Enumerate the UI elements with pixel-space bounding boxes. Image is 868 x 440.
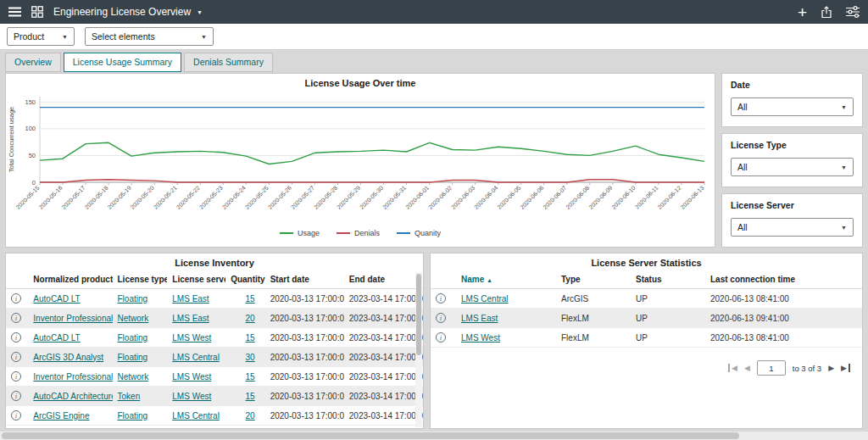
- license-server-link[interactable]: LMS West: [172, 392, 211, 401]
- end-date-cell: 2023-03-14 17:00:00: [344, 309, 423, 328]
- product-link[interactable]: AutoCAD Architecture: [33, 392, 112, 401]
- server-name-link[interactable]: LMS East: [461, 314, 498, 323]
- svg-text:2020-06-04: 2020-06-04: [473, 185, 498, 210]
- date-filter-select[interactable]: All ▼: [731, 97, 854, 116]
- license-type-link[interactable]: Floating: [118, 294, 148, 304]
- chevron-down-icon: ▼: [841, 225, 847, 231]
- product-select[interactable]: Product ▼: [7, 27, 75, 46]
- product-link[interactable]: AutoCAD LT: [33, 294, 80, 304]
- license-type-link[interactable]: Network: [118, 372, 149, 382]
- scrollbar-thumb[interactable]: [2, 432, 739, 439]
- quantity-link[interactable]: 30: [246, 353, 255, 362]
- usage-chart-panel: License Usage Over time 0501001502020-05…: [5, 73, 715, 248]
- server-name-link[interactable]: LMS West: [461, 333, 500, 343]
- export-icon[interactable]: [821, 6, 832, 19]
- license-server-link[interactable]: LMS Central: [172, 353, 220, 362]
- license-server-link[interactable]: LMS East: [172, 314, 209, 323]
- license-type-link[interactable]: Floating: [118, 411, 148, 421]
- svg-text:2020-05-16: 2020-05-16: [37, 185, 63, 210]
- legend-item[interactable]: Quanity: [397, 229, 441, 237]
- product-link[interactable]: ArcGIS 3D Analyst: [33, 353, 103, 362]
- column-header[interactable]: Normalized product: [28, 270, 112, 289]
- info-icon[interactable]: i: [11, 293, 21, 304]
- quantity-link[interactable]: 20: [246, 411, 255, 421]
- license-server-link[interactable]: LMS West: [172, 333, 211, 343]
- page-number-input[interactable]: [757, 360, 786, 376]
- legend-item[interactable]: Denials: [337, 229, 380, 237]
- server-name-link[interactable]: LMS Central: [461, 294, 509, 304]
- horizontal-scrollbar[interactable]: [0, 432, 868, 440]
- hamburger-menu-icon[interactable]: [8, 7, 21, 17]
- next-page-button[interactable]: ▶: [828, 364, 834, 372]
- legend-label: Quanity: [415, 229, 441, 237]
- vertical-scrollbar[interactable]: [415, 272, 422, 427]
- dashboard-title-menu[interactable]: Engineering License Overview ▼: [53, 6, 203, 18]
- info-icon[interactable]: i: [436, 293, 446, 304]
- quantity-link[interactable]: 20: [246, 314, 255, 323]
- license-type-link[interactable]: Floating: [118, 333, 148, 343]
- tab-overview[interactable]: Overview: [5, 53, 61, 72]
- product-link[interactable]: AutoCAD LT: [33, 333, 80, 343]
- column-header[interactable]: Quantity: [225, 270, 265, 289]
- info-icon[interactable]: i: [436, 313, 446, 323]
- quantity-link[interactable]: 15: [246, 392, 255, 401]
- tab-license-usage-summary[interactable]: License Usage Summary: [64, 53, 181, 72]
- license-server-link[interactable]: LMS Central: [172, 411, 220, 421]
- previous-page-button[interactable]: ◀: [744, 364, 750, 372]
- info-icon[interactable]: i: [11, 313, 21, 323]
- column-header[interactable]: Type: [556, 270, 631, 289]
- column-header[interactable]: Status: [631, 270, 705, 289]
- server-type-cell: FlexLM: [556, 328, 631, 348]
- info-icon[interactable]: i: [11, 391, 21, 401]
- info-icon[interactable]: i: [11, 332, 21, 343]
- info-icon[interactable]: i: [11, 371, 21, 382]
- product-link[interactable]: Inventor Professional: [33, 372, 112, 382]
- info-icon[interactable]: i: [436, 332, 446, 343]
- license-server-filter-label: License Server: [731, 200, 854, 210]
- date-filter-group: Date All ▼: [721, 73, 863, 127]
- column-header[interactable]: Last connection time: [705, 270, 862, 289]
- license-type-link[interactable]: Network: [118, 314, 149, 323]
- settings-sliders-icon[interactable]: [846, 6, 860, 18]
- license-server-link[interactable]: LMS West: [172, 372, 211, 382]
- svg-text:2020-05-18: 2020-05-18: [84, 185, 109, 210]
- inventory-title: License Inventory: [6, 253, 423, 270]
- chart-legend: UsageDenialsQuanity: [6, 225, 715, 242]
- license-server-link[interactable]: LMS East: [172, 294, 209, 304]
- select-elements-dropdown[interactable]: Select elements ▼: [85, 27, 214, 46]
- svg-text:2020-05-19: 2020-05-19: [107, 185, 132, 210]
- end-date-cell: 2023-03-14 17:00:00: [344, 387, 423, 406]
- column-header[interactable]: Name ▲: [456, 270, 556, 289]
- column-header[interactable]: License server: [167, 270, 225, 289]
- add-button[interactable]: +: [798, 4, 807, 20]
- first-page-button[interactable]: ◀: [728, 364, 737, 372]
- info-icon[interactable]: i: [11, 410, 21, 421]
- scrollbar-thumb[interactable]: [416, 274, 421, 355]
- quantity-link[interactable]: 15: [246, 333, 255, 343]
- quantity-link[interactable]: 15: [246, 372, 255, 382]
- svg-text:2020-05-29: 2020-05-29: [336, 185, 361, 210]
- svg-text:2020-06-07: 2020-06-07: [542, 185, 567, 210]
- quantity-link[interactable]: 15: [246, 294, 255, 304]
- apps-grid-icon[interactable]: [31, 6, 43, 18]
- info-icon[interactable]: i: [11, 352, 21, 362]
- legend-item[interactable]: Usage: [280, 229, 320, 237]
- end-date-cell: 2023-03-14 17:00:00: [344, 289, 423, 309]
- legend-label: Usage: [298, 229, 320, 237]
- server-status-cell: UP: [631, 289, 705, 309]
- license-server-filter-select[interactable]: All ▼: [731, 218, 854, 237]
- product-link[interactable]: ArcGIS Engine: [33, 411, 89, 421]
- product-link[interactable]: Inventor Professional: [33, 314, 112, 323]
- license-type-link[interactable]: Token: [118, 392, 141, 401]
- license-type-filter-select[interactable]: All ▼: [731, 158, 854, 176]
- tab-denials-summary[interactable]: Denials Summary: [184, 53, 273, 72]
- license-type-link[interactable]: Floating: [118, 353, 148, 362]
- column-header[interactable]: License type: [113, 270, 168, 289]
- license-type-filter-label: License Type: [731, 140, 854, 150]
- pagination: ◀ ◀ to 3 of 3 ▶ ▶: [728, 360, 850, 376]
- last-page-button[interactable]: ▶: [841, 364, 850, 372]
- column-header[interactable]: End date: [344, 270, 423, 289]
- chevron-down-icon: ▼: [841, 164, 847, 170]
- column-header[interactable]: Start date: [265, 270, 344, 289]
- end-date-cell: 2023-03-14 17:00:00: [344, 328, 423, 348]
